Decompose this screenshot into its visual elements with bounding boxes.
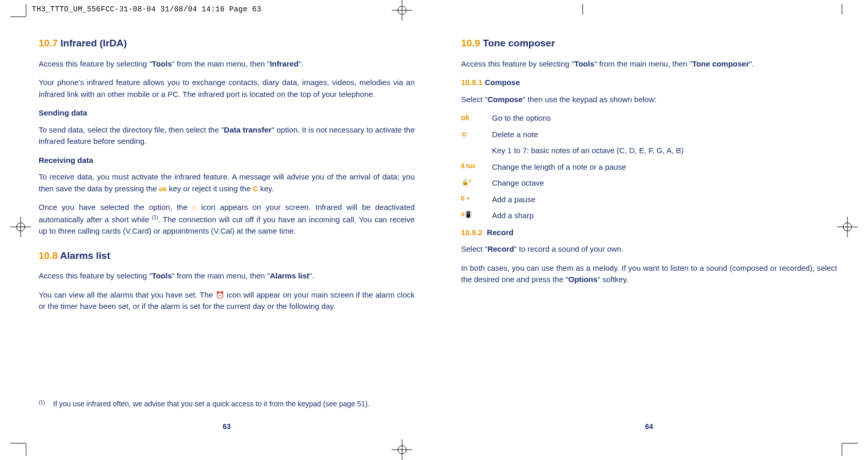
sub-title: Record [487,228,514,237]
data-transfer-bold: Data transfer [224,125,272,134]
crop-mark-top-right [842,4,842,14]
key-text: Key 1 to 7: basic notes of an octave (C,… [492,145,838,157]
key-row-star: 🔒* Change octave [461,177,838,189]
access-instruction-108: Access this feature by selecting "Tools"… [39,270,415,282]
section-title: Tone composer [483,38,555,48]
receiving-data-body-2: Once you have selected the option, the ⌂… [39,202,415,237]
text: ". [298,59,304,68]
record-bold: Record [488,244,514,253]
key-text: Go to the options [492,112,838,124]
text: key. [258,184,274,193]
subheading-1092: 10.9.2 Record [461,227,838,239]
key-text: Add a sharp [492,210,838,222]
options-bold: Options [568,275,597,284]
section-number: 10.9 [461,38,480,48]
sub-number: 10.9.1 [461,78,483,87]
section-title: Alarms list [60,250,110,261]
ok-key-icon: ok [461,112,492,123]
registration-mark-right [837,217,858,237]
compose-intro: Select "Compose" then use the keypad as … [461,94,838,106]
key-text: Change the length of a note or a pause [492,161,838,173]
heading-10-7: 10.7 Infrared (IrDA) [39,36,415,51]
footnote-ref: (1) [152,215,158,220]
text: " then use the keypad as shown below: [523,95,657,104]
key-row-8: 8 tuv Change the length of a note or a p… [461,161,838,173]
receiving-data-heading: Receiving data [39,155,415,167]
key-list: ok Go to the options ⊂ Delete a note Key… [461,112,838,222]
sub-title: Compose [485,78,520,87]
text: ". [749,59,754,68]
text: Access this feature by selecting " [39,271,152,280]
key-text: Add a pause [492,194,838,206]
section-number: 10.7 [39,38,58,48]
text: Access this feature by selecting " [461,59,575,68]
heading-10-9: 10.9 Tone composer [461,36,838,51]
text: " from the main menu, then " [172,59,270,68]
c-back-icon: ⊂ [461,129,492,140]
subheading-1091: 10.9.1 Compose [461,77,838,89]
record-intro: Select "Record" to record a sound of you… [461,243,838,255]
text: Select " [461,244,488,253]
text: " softkey. [597,275,628,284]
sub-number: 10.9.2 [461,228,483,237]
alarms-bold: Alarms list [270,271,309,280]
infrared-icon: ⌂ [192,203,196,211]
text: " to record a sound of your own. [514,244,623,253]
registration-mark-top [392,0,412,21]
text: In both cases, you can use them as a mel… [461,264,838,284]
ok-key-icon: ok [159,185,167,193]
text: ". [309,271,314,280]
access-instruction-109: Access this feature by selecting "Tools"… [461,58,838,70]
heading-10-8: 10.8 Alarms list [39,249,415,264]
registration-mark-left [10,217,31,237]
sending-data-heading: Sending data [39,107,415,119]
access-instruction-107: Access this feature by selecting "Tools"… [39,58,415,70]
text: " from the main menu, then " [594,59,692,68]
text: Select " [461,95,488,104]
intro-107: Your phone's infrared feature allows you… [39,77,415,100]
key-hash-icon: #📳 [461,210,492,219]
record-body: In both cases, you can use them as a mel… [461,262,838,286]
section-title: Infrared (IrDA) [60,38,127,48]
receiving-data-body-1: To receive data, you must activate the i… [39,171,415,194]
footnote-1: (1) If you use infrared often, we advise… [39,399,370,409]
text: " from the main menu, then " [172,271,270,280]
alarm-clock-icon: ⏰ [215,291,224,299]
text: key or reject it using the [167,184,253,193]
crop-mark-top-center [582,4,583,14]
footnote-marker: (1) [39,399,53,409]
key-text: Delete a note [492,129,838,141]
key-row-notes: Key 1 to 7: basic notes of an octave (C,… [461,145,838,157]
key-row-delete: ⊂ Delete a note [461,129,838,141]
tone-bold: Tone composer [692,59,749,68]
section-number: 10.8 [39,250,58,261]
page-64: 10.9 Tone composer Access this feature b… [461,31,838,439]
tools-bold: Tools [152,59,172,68]
page-number-63: 63 [39,421,415,432]
compose-bold: Compose [488,95,523,104]
sending-data-body: To send data, select the directory file,… [39,124,415,147]
footnote-text: If you use infrared often, we advise tha… [53,399,370,409]
print-slug-line: TH3_TTTO_UM_556FCC-31-08-04 31/08/04 14:… [32,4,261,15]
key-row-0: 0 + Add a pause [461,194,838,206]
key-row-hash: #📳 Add a sharp [461,210,838,222]
tools-bold: Tools [152,271,172,280]
key-row-ok: ok Go to the options [461,112,838,124]
tools-bold: Tools [574,59,594,68]
body-108: You can view all the alarms that you hav… [39,289,415,313]
page-number-64: 64 [461,421,838,432]
infrared-bold: Infrared [270,59,298,68]
text: You can view all the alarms that you hav… [39,290,215,299]
key-0-icon: 0 + [461,194,492,203]
key-star-icon: 🔒* [461,177,492,187]
text: Once you have selected the option, the [39,203,192,211]
page-63: 10.7 Infrared (IrDA) Access this feature… [39,31,415,439]
key-8tuv-icon: 8 tuv [461,161,492,171]
key-text: Change octave [492,177,838,189]
registration-mark-bottom [392,439,412,460]
text: To send data, select the directory file,… [39,125,224,134]
c-key-icon: C [253,185,258,193]
pages-container: 10.7 Infrared (IrDA) Access this feature… [39,31,837,439]
text: Access this feature by selecting " [39,59,152,68]
